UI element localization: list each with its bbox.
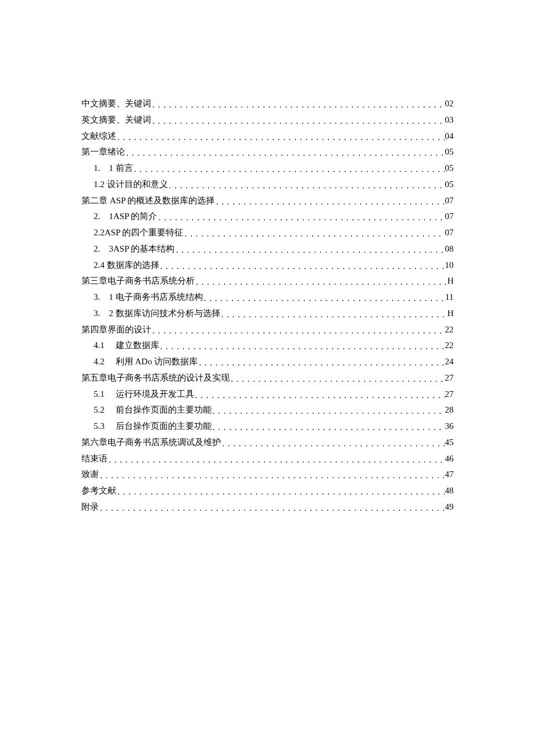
toc-entry-page: 04 xyxy=(445,128,454,145)
toc-leader-dots xyxy=(203,291,445,307)
toc-entry-label: 2. 1ASP 的简介 xyxy=(94,209,157,225)
toc-entry-label: 第一章绪论 xyxy=(81,144,125,160)
toc-entry-label: 结束语 xyxy=(81,451,108,467)
toc-leader-dots xyxy=(133,162,445,178)
toc-entry-label: 2. 3ASP 的基本结构 xyxy=(94,241,174,257)
toc-entry: 2.4 数据库的选择10 xyxy=(81,257,454,274)
toc-entry-page: 05 xyxy=(445,177,454,193)
toc-entry-page: 45 xyxy=(445,435,454,451)
toc-entry-label: 第六章电子商务书店系统调试及维护 xyxy=(81,435,221,451)
toc-entry: 4.1 建立数据库22 xyxy=(81,338,454,354)
toc-entry-label: 第二章 ASP 的概述及数据库的选择 xyxy=(81,193,215,209)
toc-entry-page: H xyxy=(447,273,454,289)
toc-entry: 第四章界面的设计22 xyxy=(81,322,454,338)
toc-leader-dots xyxy=(220,307,448,323)
toc-leader-dots xyxy=(221,436,445,452)
toc-entry: 第五章电子商务书店系统的设计及实现27 xyxy=(81,370,454,386)
toc-leader-dots xyxy=(198,355,445,371)
document-page: 中文摘要、关键词02英文摘要、关键词03文献综述04第一章绪论051. 1 前言… xyxy=(0,0,535,515)
toc-leader-dots xyxy=(151,113,445,130)
toc-leader-dots xyxy=(99,468,445,484)
toc-entry: 4.2 利用 ADo 访问数据库24 xyxy=(81,354,454,370)
toc-entry-page: 49 xyxy=(445,499,454,515)
toc-leader-dots xyxy=(215,194,445,210)
toc-entry-label: 5.3 后台操作页面的主要功能 xyxy=(94,418,212,435)
toc-entry-page: 28 xyxy=(445,402,454,418)
toc-entry: 文献综述04 xyxy=(81,128,454,145)
toc-entry-page: 27 xyxy=(445,370,454,386)
toc-leader-dots xyxy=(125,145,445,162)
toc-entry-page: 24 xyxy=(445,354,454,370)
toc-leader-dots xyxy=(230,371,445,388)
toc-entry-label: 4.2 利用 ADo 访问数据库 xyxy=(94,354,198,370)
toc-leader-dots xyxy=(174,242,445,259)
toc-leader-dots xyxy=(183,226,445,242)
toc-entry: 5.2 前台操作页面的主要功能28 xyxy=(81,402,454,418)
toc-entry-label: 4.1 建立数据库 xyxy=(94,338,159,354)
toc-leader-dots xyxy=(159,259,445,275)
toc-leader-dots xyxy=(212,403,445,420)
toc-entry-label: 中文摘要、关键词 xyxy=(81,96,151,112)
toc-entry: 中文摘要、关键词02 xyxy=(81,96,454,112)
toc-entry-label: 英文摘要、关键词 xyxy=(81,112,151,128)
toc-entry-label: 2.2ASP 的四个重要特征 xyxy=(94,225,183,241)
toc-entry-label: 3. 1 电子商务书店系统结构 xyxy=(94,289,203,306)
toc-entry-label: 3. 2 数据库访问技术分析与选择 xyxy=(94,306,220,322)
toc-entry-page: 11 xyxy=(445,289,454,306)
toc-leader-dots xyxy=(194,388,445,404)
toc-entry: 致谢47 xyxy=(81,467,454,483)
toc-entry-label: 参考文献 xyxy=(81,483,116,499)
toc-leader-dots xyxy=(151,97,445,113)
toc-entry-page: 46 xyxy=(445,451,454,467)
toc-entry-label: 1.2 设计目的和意义 xyxy=(94,177,168,193)
table-of-contents: 中文摘要、关键词02英文摘要、关键词03文献综述04第一章绪论051. 1 前言… xyxy=(81,96,454,515)
toc-leader-dots xyxy=(168,178,445,194)
toc-entry: 第一章绪论05 xyxy=(81,144,454,160)
toc-entry-label: 1. 1 前言 xyxy=(94,160,133,177)
toc-entry-label: 2.4 数据库的选择 xyxy=(94,257,159,274)
toc-entry-page: 05 xyxy=(445,144,454,160)
toc-entry: 第二章 ASP 的概述及数据库的选择07 xyxy=(81,193,454,209)
toc-entry: 2. 1ASP 的简介07 xyxy=(81,209,454,225)
toc-entry-page: 10 xyxy=(445,257,454,274)
toc-entry-label: 第三章电子商务书店系统分析 xyxy=(81,273,195,289)
toc-entry: 英文摘要、关键词03 xyxy=(81,112,454,128)
toc-leader-dots xyxy=(157,210,445,226)
toc-entry-page: 27 xyxy=(445,386,454,403)
toc-entry: 5.1 运行环境及开发工具27 xyxy=(81,386,454,403)
toc-entry-label: 致谢 xyxy=(81,467,99,483)
toc-entry-page: 02 xyxy=(445,96,454,112)
toc-entry-page: 48 xyxy=(445,483,454,499)
toc-entry-page: 22 xyxy=(445,322,454,338)
toc-entry-label: 5.1 运行环境及开发工具 xyxy=(94,386,194,403)
toc-entry-page: 47 xyxy=(445,467,454,483)
toc-entry: 5.3 后台操作页面的主要功能36 xyxy=(81,418,454,435)
toc-leader-dots xyxy=(151,323,445,339)
toc-entry-label: 文献综述 xyxy=(81,128,116,145)
toc-entry: 1. 1 前言05 xyxy=(81,160,454,177)
toc-entry: 1.2 设计目的和意义05 xyxy=(81,177,454,193)
toc-leader-dots xyxy=(159,339,445,355)
toc-entry: 2. 3ASP 的基本结构08 xyxy=(81,241,454,257)
toc-entry-label: 附录 xyxy=(81,499,99,515)
toc-entry: 附录49 xyxy=(81,499,454,515)
toc-entry-label: 第四章界面的设计 xyxy=(81,322,151,338)
toc-entry-page: 07 xyxy=(445,193,454,209)
toc-entry-page: 08 xyxy=(445,241,454,257)
toc-entry-page: 22 xyxy=(445,338,454,354)
toc-entry: 3. 2 数据库访问技术分析与选择H xyxy=(81,306,454,322)
toc-leader-dots xyxy=(116,130,445,146)
toc-entry-page: H xyxy=(447,306,454,322)
toc-entry-label: 第五章电子商务书店系统的设计及实现 xyxy=(81,370,230,386)
toc-entry: 3. 1 电子商务书店系统结构11 xyxy=(81,289,454,306)
toc-entry: 结束语46 xyxy=(81,451,454,467)
toc-leader-dots xyxy=(116,484,445,500)
toc-entry: 第六章电子商务书店系统调试及维护45 xyxy=(81,435,454,451)
toc-entry-page: 03 xyxy=(445,112,454,128)
toc-entry-page: 05 xyxy=(445,160,454,177)
toc-entry: 参考文献48 xyxy=(81,483,454,499)
toc-entry-page: 07 xyxy=(445,209,454,225)
toc-leader-dots xyxy=(108,452,445,468)
toc-leader-dots xyxy=(195,274,447,291)
toc-entry-page: 07 xyxy=(445,225,454,241)
